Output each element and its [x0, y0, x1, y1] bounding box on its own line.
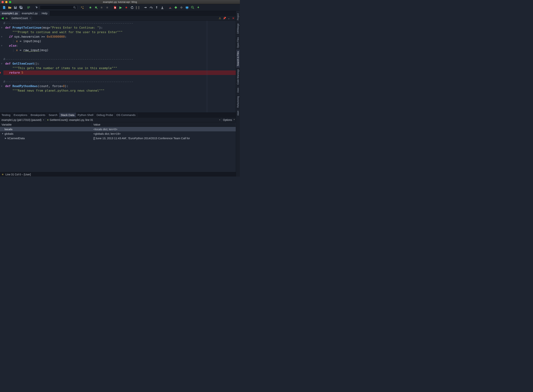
code-editor[interactable]: ▽ ▽ ▽ ▽ ▽ #---------------------------: [0, 21, 236, 112]
bookmark-add-button[interactable]: ★: [88, 5, 93, 10]
save-all-button[interactable]: [18, 5, 24, 10]
tab-exceptions[interactable]: Exceptions: [12, 113, 29, 117]
fold-icon[interactable]: ▽: [1, 43, 2, 48]
vtab-search-in-files[interactable]: Search in Files: [236, 49, 240, 67]
symbol-nav-bar: ◀ ▶ GetItemCount ⚠ 📌 ⌄ ✕: [0, 16, 236, 21]
svg-text:B: B: [82, 8, 84, 9]
chevron-down-icon[interactable]: ⌄: [227, 16, 230, 20]
minimize-window-button[interactable]: [5, 1, 8, 3]
pin-icon[interactable]: 📌: [223, 16, 226, 20]
table-row[interactable]: ▶kCannedData [['June 13, 2013 11:43 AM',…: [0, 136, 236, 140]
breakpoint-toggle-button[interactable]: [173, 5, 178, 10]
tab-testing[interactable]: Testing: [0, 113, 12, 117]
status-bar: ☀ Line 31 Col 0 – [User]: [0, 172, 236, 177]
code-content[interactable]: #---------------------------------------…: [3, 21, 236, 112]
new-file-button[interactable]: [1, 5, 7, 10]
breakpoint-marker[interactable]: [0, 70, 3, 75]
vtab-refactoring[interactable]: Refactoring: [236, 94, 240, 109]
toolbar-search-input[interactable]: [41, 6, 73, 9]
table-row[interactable]: ▼globals <globals dict; len=19>: [0, 131, 236, 136]
stack-data-header: example1.py (pid 17310) (paused) GetItem…: [0, 117, 236, 122]
window-controls: [1, 1, 11, 3]
column-value[interactable]: Value: [92, 122, 236, 127]
step-over-button[interactable]: [148, 5, 154, 10]
warning-icon[interactable]: ⚠: [218, 16, 221, 20]
show-console-button[interactable]: [184, 5, 190, 10]
editor-gutter[interactable]: ▽ ▽ ▽ ▽ ▽: [0, 21, 3, 112]
tab-debug-probe[interactable]: Debug Probe: [95, 113, 115, 117]
fold-icon[interactable]: ▽: [1, 34, 2, 39]
svg-rect-14: [186, 7, 188, 9]
run-to-cursor-button[interactable]: [160, 5, 165, 10]
table-row[interactable]: locals <locals dict; len=0>: [0, 127, 236, 131]
hint-icon[interactable]: ☀: [1, 173, 4, 176]
tab-search[interactable]: Search: [47, 113, 59, 117]
close-window-button[interactable]: [1, 1, 4, 3]
debug-pause-button[interactable]: ❚❚: [135, 5, 140, 10]
vtab-truncated[interactable]: stant: [236, 109, 240, 117]
fold-icon[interactable]: ▽: [1, 61, 2, 66]
fold-icon[interactable]: ▽: [1, 84, 2, 89]
toolbar-search[interactable]: [40, 5, 77, 10]
step-out-button[interactable]: [154, 5, 159, 10]
open-file-button[interactable]: [7, 5, 12, 10]
svg-rect-13: [180, 6, 183, 9]
frame-label: GetItemCount(): example1.py, line 31: [50, 118, 93, 121]
tab-os-commands[interactable]: OS Commands: [115, 113, 137, 117]
indentation-button[interactable]: [26, 5, 32, 10]
process-dropdown[interactable]: example1.py (pid 17310) (paused): [0, 118, 45, 122]
debug-restart-button[interactable]: [129, 5, 135, 10]
center-column: example1.py example2.py Help ◀ ▶ GetItem…: [0, 11, 236, 177]
editor-tab-example2[interactable]: example2.py: [20, 11, 40, 16]
svg-rect-1: [21, 7, 22, 8]
close-editor-icon[interactable]: ✕: [232, 16, 235, 20]
bookmark-dim1-button[interactable]: ★: [99, 5, 104, 10]
cursor-select-button[interactable]: [34, 5, 39, 10]
vtab-diff-merge[interactable]: Diff/Merge: [236, 22, 240, 35]
replace-button[interactable]: AB: [80, 5, 85, 10]
symbol-dropdown[interactable]: GetItemCount: [10, 16, 32, 20]
vtab-project[interactable]: Project: [236, 12, 240, 22]
svg-point-5: [74, 6, 75, 8]
bookmark-next-button[interactable]: [93, 5, 98, 10]
editor-tab-example1[interactable]: example1.py: [0, 11, 20, 16]
zoom-window-button[interactable]: [9, 1, 11, 3]
frame-up-button[interactable]: [168, 5, 173, 10]
editor-tab-label: example1.py: [2, 12, 18, 15]
debug-run-button[interactable]: ▶: [118, 5, 123, 10]
panel-options-dropdown[interactable]: Options: [221, 118, 236, 121]
var-value: <globals dict; len=19>: [92, 132, 236, 135]
frame-dropdown[interactable]: GetItemCount(): example1.py, line 31: [45, 118, 221, 122]
stop-debug-file-button[interactable]: [112, 5, 118, 10]
editor-tabs: example1.py example2.py Help: [0, 11, 236, 16]
svg-line-6: [75, 8, 76, 9]
stack-rows[interactable]: locals <locals dict; len=0> ▼globals <gl…: [0, 127, 236, 172]
bottom-panel-tabs: Testing Exceptions Breakpoints Search St…: [0, 112, 236, 117]
nav-forward-button[interactable]: ▶: [5, 16, 9, 20]
vtab-code-warnings[interactable]: Code Warnings: [236, 67, 240, 86]
breakpoint-disable-button[interactable]: [179, 5, 184, 10]
step-into-button[interactable]: [143, 5, 148, 10]
tab-python-shell[interactable]: Python Shell: [76, 113, 95, 117]
fold-icon[interactable]: ▽: [1, 25, 2, 30]
find-button[interactable]: [190, 5, 195, 10]
tab-breakpoints[interactable]: Breakpoints: [29, 113, 47, 117]
debug-stop-button[interactable]: ■: [124, 5, 129, 10]
status-text: Line 31 Col 0 – [User]: [5, 173, 31, 176]
symbol-dropdown-label: GetItemCount: [11, 17, 28, 20]
save-button[interactable]: [13, 5, 18, 10]
stack-column-headers: Variable Value: [0, 122, 236, 127]
editor-tab-help[interactable]: Help: [40, 11, 49, 16]
var-value: <locals dict; len=0>: [92, 128, 236, 131]
download-button[interactable]: [196, 5, 201, 10]
disclosure-icon[interactable]: ▶: [5, 137, 7, 140]
vtab-uses[interactable]: Uses: [236, 86, 240, 94]
tab-stack-data[interactable]: Stack Data: [59, 113, 76, 117]
column-variable[interactable]: Variable: [0, 122, 92, 127]
disclosure-icon[interactable]: ▼: [1, 132, 4, 135]
nav-back-button[interactable]: ◀: [1, 16, 4, 20]
current-debug-line: return 5: [3, 70, 236, 75]
bookmark-dim2-button[interactable]: ★: [105, 5, 110, 10]
vtab-open-files[interactable]: Open Files: [236, 35, 240, 49]
svg-point-16: [191, 6, 193, 8]
